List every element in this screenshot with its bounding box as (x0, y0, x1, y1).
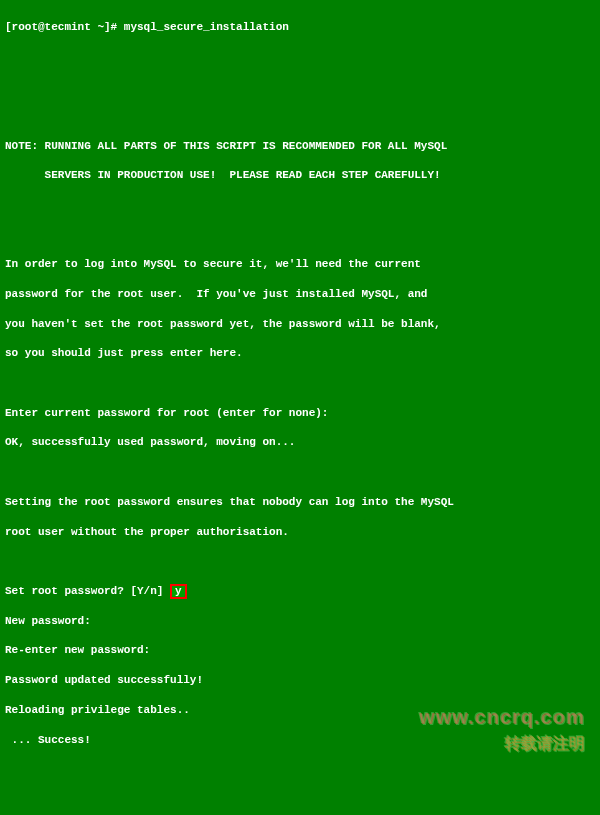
intro-text: password for the root user. If you've ju… (5, 287, 595, 302)
status-text: Reloading privilege tables.. (5, 703, 595, 718)
status-text: Password updated successfully! (5, 673, 595, 688)
user-input-y: y (170, 584, 187, 599)
note-text: SERVERS IN PRODUCTION USE! PLEASE READ E… (5, 168, 595, 183)
set-root-password-prompt[interactable]: Set root password? [Y/n] (5, 585, 170, 597)
new-password-prompt[interactable]: New password: (5, 614, 595, 629)
intro-text: so you should just press enter here. (5, 346, 595, 361)
password-prompt[interactable]: Enter current password for root (enter f… (5, 406, 595, 421)
terminal-output: [root@tecmint ~]# mysql_secure_installat… (5, 5, 595, 815)
note-text: NOTE: RUNNING ALL PARTS OF THIS SCRIPT I… (5, 139, 595, 154)
status-text: OK, successfully used password, moving o… (5, 435, 595, 450)
intro-text: you haven't set the root password yet, t… (5, 317, 595, 332)
info-text: root user without the proper authorisati… (5, 525, 595, 540)
success-text: ... Success! (5, 733, 595, 748)
intro-text: In order to log into MySQL to secure it,… (5, 257, 595, 272)
shell-prompt: [root@tecmint ~]# mysql_secure_installat… (5, 20, 595, 35)
reenter-password-prompt[interactable]: Re-enter new password: (5, 643, 595, 658)
info-text: Setting the root password ensures that n… (5, 495, 595, 510)
